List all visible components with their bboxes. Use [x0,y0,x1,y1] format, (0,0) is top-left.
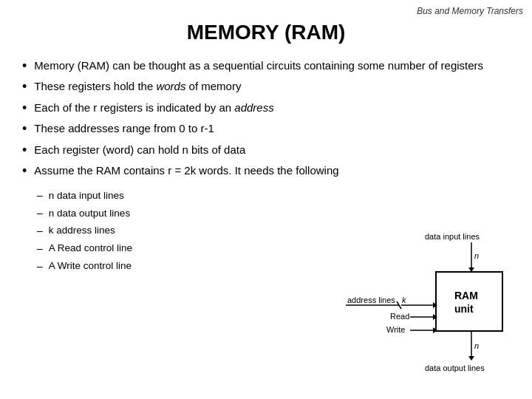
bullet-icon: • [22,58,27,75]
bullet-icon: • [22,120,27,137]
label-data-output: data output lines [425,364,485,372]
sub-list-item: n data output lines [37,205,185,222]
list-item: • These addresses range from 0 to r-1 [22,120,510,137]
label-write: Write [386,325,405,334]
sub-item-text: n data input lines [49,188,124,205]
list-item: • Memory (RAM) can be thought as a seque… [22,58,510,75]
diagram-svg: data input lines n RAM unit address line… [281,229,510,377]
sub-item-text: A Read control line [49,240,132,257]
sub-list-item: A Read control line [37,240,185,258]
ram-diagram: data input lines n RAM unit address line… [281,229,510,377]
sub-item-text: A Write control line [49,258,132,275]
bullet-text: Each of the r registers is indicated by … [34,100,273,115]
ram-box [436,272,502,331]
data-output-arrow [468,356,474,361]
bullet-icon: • [22,78,27,95]
sub-item-text: k address lines [49,222,115,239]
list-item: • Each register (word) can hold n bits o… [22,142,510,159]
page-title: MEMORY (RAM) [0,21,532,44]
sub-list: n data input lines n data output lines k… [37,187,185,275]
list-item: • These registers hold the words of memo… [22,78,510,95]
bullet-icon: • [22,163,27,180]
unit-label: unit [454,303,474,315]
bullet-text: Each register (word) can hold n bits of … [34,142,245,157]
sub-item-text: n data output lines [49,205,130,222]
header-subtitle: Bus and Memory Transfers [417,6,523,16]
bullet-text: These registers hold the words of memory [34,78,241,94]
bullet-text: Assume the RAM contains r = 2k words. It… [34,163,338,178]
bullet-text: These addresses range from 0 to r-1 [34,120,214,136]
bullet-icon: • [22,142,27,159]
label-n-top: n [474,251,479,260]
label-read: Read [390,312,409,321]
label-data-input: data input lines [425,232,480,241]
sub-list-item: n data input lines [37,187,185,205]
bullet-list: • Memory (RAM) can be thought as a seque… [22,58,510,180]
ram-label: RAM [454,290,478,301]
sub-list-item: k address lines [37,222,185,240]
label-n-bottom: n [474,341,479,350]
sub-list-item: A Write control line [37,258,185,276]
list-item: • Each of the r registers is indicated b… [22,100,510,117]
label-address-lines: address lines [347,296,395,304]
label-k: k [402,296,406,304]
bullet-icon: • [22,100,27,117]
list-item: • Assume the RAM contains r = 2k words. … [22,163,510,180]
bullet-text: Memory (RAM) can be thought as a sequent… [34,58,483,73]
